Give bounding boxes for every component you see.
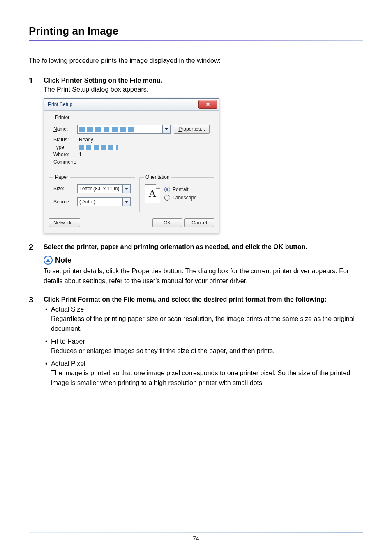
chevron-down-icon: [125, 201, 128, 203]
note-text: To set printer details, click the Proper…: [44, 266, 363, 286]
step-number: 3: [29, 295, 33, 305]
intro-text: The following procedure prints the image…: [29, 57, 363, 65]
step-3: 3 Click Print Format on the File menu, a…: [29, 296, 363, 402]
close-icon: ✕: [206, 102, 210, 107]
note-header: Note: [44, 256, 363, 265]
printer-group: Printer Name: Properties...: [49, 115, 214, 171]
status-value: Ready: [79, 137, 210, 143]
step-2: 2 Select the printer, paper and printing…: [29, 243, 363, 296]
step-number: 1: [29, 76, 33, 85]
step-title: Click Printer Setting on the File menu.: [44, 77, 363, 84]
dialog-titlebar[interactable]: Print Setup ✕: [44, 99, 219, 111]
portrait-radio[interactable]: Portrait: [164, 187, 197, 192]
where-value: 1: [79, 152, 210, 157]
printer-name-dropdown[interactable]: [77, 125, 171, 134]
format-desc: Regardless of the printing paper size or…: [51, 314, 363, 334]
page-title: Printing an Image: [29, 25, 363, 37]
footer-divider: [29, 532, 363, 533]
landscape-radio[interactable]: Landscape: [164, 195, 197, 201]
paper-legend: Paper: [53, 174, 70, 180]
page-number: 74: [29, 535, 363, 542]
printer-legend: Printer: [53, 115, 71, 120]
where-label: Where:: [53, 152, 79, 157]
format-name: Actual Pixel: [51, 360, 363, 367]
orientation-legend: Orientation: [144, 174, 171, 180]
paper-size-dropdown[interactable]: Letter (8.5 x 11 in): [77, 184, 131, 193]
source-label: Source:: [53, 199, 77, 205]
portrait-label: Portrait: [173, 187, 189, 192]
paper-group: Paper Size: Letter (8.5 x 11 in) Source:: [49, 174, 135, 212]
paper-source-dropdown[interactable]: ( Auto ): [77, 197, 131, 206]
paper-size-value: Letter (8.5 x 11 in): [79, 186, 119, 192]
chevron-down-icon: [165, 128, 168, 130]
note-icon: [44, 256, 53, 265]
step-1: 1 Click Printer Setting on the File menu…: [29, 77, 363, 243]
format-name: Actual Size: [51, 306, 363, 313]
chevron-down-icon: [125, 188, 128, 190]
paper-source-value: ( Auto ): [79, 199, 95, 205]
type-value: [79, 144, 210, 150]
size-label: Size:: [53, 186, 77, 192]
landscape-label: Landscape: [173, 195, 197, 201]
dropdown-button[interactable]: [162, 125, 170, 133]
orientation-group: Orientation A Portrait: [139, 174, 214, 212]
network-label: Network...: [53, 220, 76, 226]
ok-button[interactable]: OK: [152, 218, 182, 227]
step-title: Click Print Format on the File menu, and…: [44, 296, 363, 303]
dropdown-button[interactable]: [122, 198, 130, 206]
dropdown-button[interactable]: [122, 185, 130, 193]
dialog-title: Print Setup: [44, 102, 72, 107]
step-title: Select the printer, paper and printing o…: [44, 243, 363, 251]
cancel-button[interactable]: Cancel: [184, 218, 214, 227]
type-label: Type:: [53, 144, 79, 150]
note-heading: Note: [55, 256, 71, 265]
network-button[interactable]: Network...: [49, 218, 80, 227]
format-name: Fit to Paper: [51, 338, 363, 345]
list-item: Fit to Paper Reduces or enlarges images …: [51, 338, 363, 360]
status-label: Status:: [53, 137, 79, 143]
radio-checked-icon: [164, 187, 170, 192]
print-setup-dialog: Print Setup ✕ Printer Name:: [44, 98, 219, 233]
step-body: The Print Setup dialog box appears.: [44, 86, 363, 93]
comment-label: Comment:: [53, 159, 79, 165]
orientation-preview-icon: A: [145, 184, 160, 203]
format-desc: Reduces or enlarges images so they fit t…: [51, 346, 363, 356]
format-desc: The image is printed so that one image p…: [51, 368, 363, 388]
printer-name-value: [79, 127, 134, 132]
radio-unchecked-icon: [164, 195, 170, 201]
list-item: Actual Pixel The image is printed so tha…: [51, 360, 363, 392]
name-label: Name:: [53, 126, 77, 132]
properties-label: Properties...: [178, 126, 205, 132]
title-divider: [29, 40, 363, 41]
close-button[interactable]: ✕: [198, 100, 217, 109]
step-number: 2: [29, 242, 33, 252]
properties-button[interactable]: Properties...: [174, 125, 210, 134]
list-item: Actual Size Regardless of the printing p…: [51, 306, 363, 338]
page-footer: 74: [29, 532, 363, 542]
